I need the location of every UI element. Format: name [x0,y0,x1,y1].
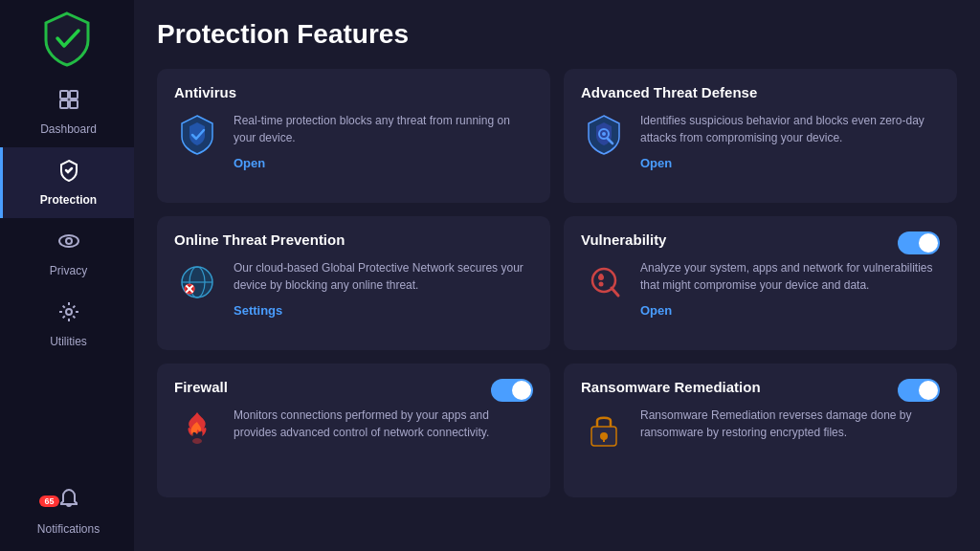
vulnerability-open-link[interactable]: Open [640,303,940,318]
ransomware-desc: Ransomware Remediation reverses damage d… [640,407,940,441]
otp-body: Our cloud-based Global Protective Networ… [174,259,533,318]
protection-icon [57,159,80,187]
atd-desc: Identifies suspicious behavior and block… [640,112,940,146]
feature-card-otp: Online Threat Prevention Our cloud-based… [157,216,550,350]
firewall-text: Monitors connections performed by your a… [234,407,533,451]
otp-icon [175,260,219,304]
antivirus-title: Antivirus [174,84,533,100]
sidebar-item-dashboard[interactable]: Dashboard [0,77,134,147]
sidebar-item-utilities-label: Utilities [50,335,87,348]
ransomware-icon [582,408,626,452]
sidebar-item-notifications[interactable]: 65 Notifications [0,476,134,551]
antivirus-open-link[interactable]: Open [234,156,533,170]
ransomware-toggle-knob [919,381,938,400]
svg-rect-2 [60,100,68,108]
otp-text: Our cloud-based Global Protective Networ… [234,259,533,318]
vulnerability-desc: Analyze your system, apps and network fo… [640,259,940,294]
ransomware-title: Ransomware Remediation [581,379,940,395]
atd-icon-wrap [581,112,627,158]
dashboard-icon [57,88,80,117]
svg-rect-1 [70,91,78,99]
notification-count: 65 [39,496,58,507]
vulnerability-icon [582,260,626,304]
otp-settings-link[interactable]: Settings [234,303,533,318]
otp-desc: Our cloud-based Global Protective Networ… [234,259,533,294]
feature-card-vulnerability: Vulnerability Analyze your system, apps … [564,216,957,350]
sidebar-item-privacy-label: Privacy [50,264,87,277]
page-title: Protection Features [157,19,957,50]
svg-rect-0 [60,91,68,99]
sidebar-item-dashboard-label: Dashboard [40,122,97,136]
antivirus-icon [175,113,219,157]
notifications-icon: 65 [57,488,80,517]
feature-card-antivirus: Antivirus Real-time protection blocks an… [157,69,550,203]
ransomware-icon-wrap [581,407,627,452]
atd-open-link[interactable]: Open [640,156,940,170]
vulnerability-toggle[interactable] [898,231,940,254]
vulnerability-body: Analyze your system, apps and network fo… [581,259,940,318]
ransomware-text: Ransomware Remediation reverses damage d… [640,407,940,451]
antivirus-icon-wrap [174,112,220,158]
firewall-title: Firewall [174,379,533,395]
firewall-icon-wrap [174,407,220,452]
app-logo [38,10,96,67]
vulnerability-text: Analyze your system, apps and network fo… [640,259,940,318]
atd-title: Advanced Threat Defense [581,84,940,100]
atd-body: Identifies suspicious behavior and block… [581,112,940,170]
svg-point-4 [59,235,78,247]
sidebar-item-utilities[interactable]: Utilities [0,289,134,360]
sidebar-item-privacy[interactable]: Privacy [0,218,134,289]
main-content: Protection Features Antivirus Real-time … [134,0,980,551]
feature-card-firewall: Firewall Monitors connections performed … [157,364,550,497]
utilities-icon [57,300,80,329]
ransomware-toggle[interactable] [898,379,940,402]
sidebar-item-notifications-label: Notifications [37,522,100,536]
svg-point-9 [602,132,606,136]
svg-point-21 [192,438,202,444]
svg-point-20 [599,282,604,287]
vulnerability-icon-wrap [581,259,627,305]
antivirus-text: Real-time protection blocks any threat f… [234,112,533,170]
antivirus-desc: Real-time protection blocks any threat f… [234,112,533,146]
toggle-knob [919,233,938,253]
antivirus-body: Real-time protection blocks any threat f… [174,112,533,170]
otp-title: Online Threat Prevention [174,231,533,248]
firewall-toggle-knob [512,381,531,400]
firewall-icon [175,408,219,452]
privacy-icon [57,230,80,258]
sidebar-item-protection[interactable]: Protection [0,147,134,218]
svg-point-5 [66,238,72,244]
otp-icon-wrap [174,259,220,305]
svg-line-17 [612,288,618,296]
atd-icon [582,113,626,157]
firewall-body: Monitors connections performed by your a… [174,407,533,452]
firewall-desc: Monitors connections performed by your a… [234,407,533,441]
sidebar: Dashboard Protection Privacy Uti [0,0,134,551]
vulnerability-title: Vulnerability [581,231,940,248]
sidebar-item-protection-label: Protection [40,193,97,207]
feature-card-atd: Advanced Threat Defense Identifies suspi… [564,69,957,203]
firewall-toggle[interactable] [491,379,533,402]
svg-point-6 [66,309,72,315]
feature-card-ransomware: Ransomware Remediation Ransomware Remedi… [564,364,957,497]
features-grid: Antivirus Real-time protection blocks an… [157,69,957,497]
ransomware-body: Ransomware Remediation reverses damage d… [581,407,940,452]
svg-rect-3 [70,100,78,108]
atd-text: Identifies suspicious behavior and block… [640,112,940,170]
svg-rect-19 [599,274,603,279]
